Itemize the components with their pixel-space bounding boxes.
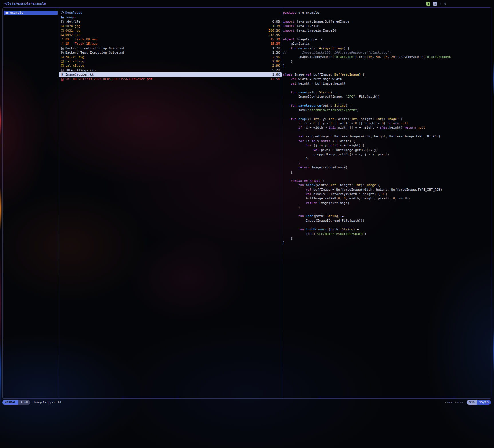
tab-2[interactable]: 2	[440, 2, 441, 5]
image-icon	[60, 60, 64, 63]
list-item[interactable]: cal-c1.svg 2.9K	[59, 55, 282, 59]
markdown-icon	[60, 51, 64, 54]
code-line: fun crop(x: Int, y: Int, width: Int, hei…	[283, 117, 490, 121]
tab-bar: 1 1 2 3	[426, 1, 446, 6]
code-line: fun black(width: Int, height: Int): Imag…	[283, 183, 490, 187]
pdf-icon	[60, 78, 64, 81]
code-line: }	[283, 236, 490, 240]
task-count-badge: 1	[426, 2, 430, 6]
code-line: croppedImage.setRGB(i - x, j - y, pixel)	[283, 152, 490, 156]
status-bar: NORMAL 1.6K ImageCropper.kt -rw-r--r-- 9…	[2, 400, 491, 405]
list-item[interactable]: cal-c3.svg 2.9K	[59, 64, 282, 68]
folder-icon	[5, 11, 9, 14]
pane-divider	[58, 8, 58, 398]
code-line	[283, 68, 490, 72]
list-item[interactable]: 0028.jpg 1.3M	[59, 24, 282, 28]
code-line	[283, 15, 490, 19]
cursor-position-badge: 15/16	[477, 400, 491, 405]
code-line	[283, 174, 490, 178]
code-line: val height = buffImage.height	[283, 81, 490, 86]
code-line	[283, 33, 490, 37]
list-item[interactable]: Backend_Test_Execution_Guide.md 1.3K	[59, 50, 282, 55]
code-line: fun main(args: Array<String>) {	[283, 46, 490, 50]
code-line: // Image.black(100, 100).saveResource("b…	[283, 50, 490, 55]
terminal-window: ~/Data/example/example 1 1 2 3 example D…	[0, 0, 494, 448]
list-item[interactable]: ♪ 15 - Track 15.wav 15.3M	[59, 42, 282, 46]
tab-1-active[interactable]: 1	[433, 2, 437, 6]
scroll-percent-badge: 93%	[467, 400, 477, 405]
code-line	[283, 210, 490, 214]
code-line: }	[283, 156, 490, 161]
code-line: return Image(buffImage)	[283, 201, 490, 205]
list-item-selected[interactable]: K ImageCropper.kt 1.6K	[59, 72, 282, 77]
code-line: ImageIO.write(buffImage, "JPG", File(pat…	[283, 95, 490, 99]
archive-icon	[60, 69, 64, 72]
preview-pane: package org.example import java.awt.imag…	[283, 11, 490, 397]
code-line: for (i in x until x + width) {	[283, 139, 490, 143]
parent-pane: example	[4, 11, 58, 15]
code-line: save("src/main/resources/$path")	[283, 108, 490, 112]
code-line: @JvmStatic	[283, 42, 490, 46]
markdown-icon	[60, 47, 64, 50]
file-list-pane: Downloads Images .dotfile 0.0B 0028.jpg …	[59, 11, 282, 81]
code-line: import java.io.File	[283, 24, 490, 28]
code-line: for (j in y until y + height) {	[283, 143, 490, 148]
code-line: fun save(path: String) =	[283, 90, 490, 95]
pane-divider	[282, 8, 282, 398]
wallpaper-edge-accent-right	[492, 0, 494, 448]
mode-badge: NORMAL	[2, 400, 18, 405]
code-line: Image.loadResource("black.jpg").crop(50,…	[283, 55, 490, 59]
list-item[interactable]: ♪ 09 - Track 09.wav 15.3M	[59, 37, 282, 42]
status-filename: ImageCropper.kt	[33, 400, 62, 404]
code-line: }	[283, 64, 490, 68]
list-item[interactable]: Downloads	[59, 11, 282, 15]
code-line	[283, 99, 490, 103]
list-item[interactable]: .dotfile 0.0B	[59, 19, 282, 24]
image-icon	[60, 29, 64, 32]
code-line	[283, 130, 490, 134]
file-manager-panels: example Downloads Images .dotfile 0.0B	[2, 7, 491, 399]
code-line: object ImageCropper {	[283, 37, 490, 42]
code-line: return Image(croppedImage)	[283, 165, 490, 170]
code-line: class Image(val buffImage: BufferedImage…	[283, 72, 490, 77]
list-item[interactable]: cal-c2.svg 2.9K	[59, 59, 282, 64]
list-item[interactable]: 0042.jpg 212.9K	[59, 33, 282, 37]
image-icon	[60, 56, 64, 59]
code-line: }	[283, 59, 490, 64]
kotlin-icon: K	[60, 73, 64, 76]
list-item[interactable]: SBI_0032013739_2023_DE05_0003155631Invoi…	[59, 77, 282, 81]
folder-image-icon	[60, 16, 64, 19]
code-line: import java.awt.image.BufferedImage	[283, 19, 490, 24]
audio-icon: ♪	[60, 38, 64, 41]
code-line: buffImage.setRGB(0, 0, width, height, pi…	[283, 196, 490, 201]
code-line: val pixel = buffImage.getRGB(i, j)	[283, 148, 490, 152]
code-line: }	[283, 161, 490, 165]
code-line: val buffImage = BufferedImage(width, hei…	[283, 188, 490, 192]
code-line: }	[283, 170, 490, 174]
list-item[interactable]: Backend_Frontend_Setup_Guide.md 1.7K	[59, 46, 282, 50]
cwd-path: ~/Data/example/example	[4, 2, 46, 5]
code-line: package org.example	[283, 11, 490, 15]
file-icon	[60, 20, 64, 23]
image-icon	[60, 64, 64, 67]
file-size-badge: 1.6K	[18, 400, 31, 405]
code-line: fun loadResource(path: String) =	[283, 227, 490, 231]
parent-item-example[interactable]: example	[4, 11, 58, 15]
list-item[interactable]: IDEAsettings.zip 5.2K	[59, 68, 282, 72]
list-item[interactable]: 0031.jpg 586.3K	[59, 28, 282, 33]
list-item[interactable]: Images	[59, 15, 282, 19]
preview-code: package org.example import java.awt.imag…	[283, 11, 490, 245]
code-line: Image(ImageIO.read(File(path)))	[283, 219, 490, 223]
code-line: fun load(path: String) =	[283, 214, 490, 218]
code-line: }	[283, 241, 490, 245]
code-line: }	[283, 205, 490, 209]
code-line	[283, 112, 490, 117]
code-line	[283, 86, 490, 90]
tab-3[interactable]: 3	[444, 2, 446, 5]
code-line	[283, 223, 490, 227]
file-permissions: -rw-r--r--	[445, 400, 464, 404]
code-line: if (x < 0 || y < 0 || width < 0 || heigh…	[283, 121, 490, 125]
code-line: fun saveResource(path: String) =	[283, 103, 490, 108]
parent-item-label: example	[10, 11, 23, 15]
image-icon	[60, 25, 64, 28]
